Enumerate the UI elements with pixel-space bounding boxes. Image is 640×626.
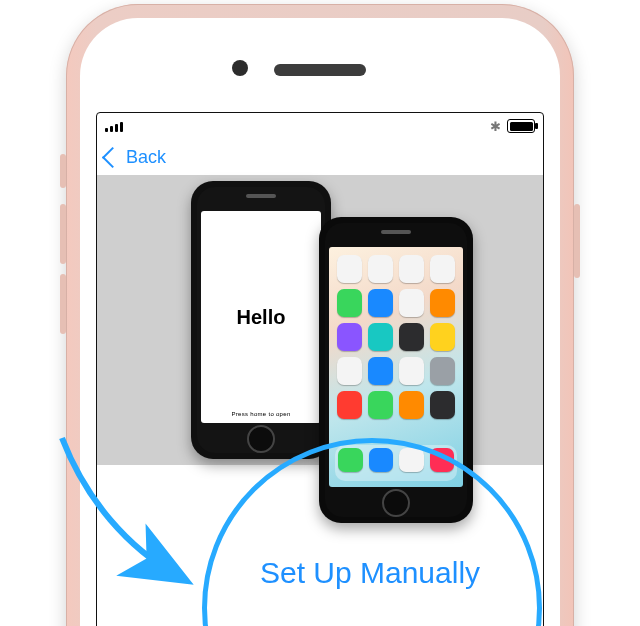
app-icon [337,391,362,419]
app-icon [368,255,393,283]
demo-phone-hello: Hello Press home to open [191,181,331,459]
app-icon [337,289,362,317]
stage: ✱ Back Hello Press ho [0,0,640,626]
app-icon [430,323,455,351]
battery-icon [507,119,535,133]
nav-bar: Back [97,139,543,175]
dock [335,445,457,481]
setup-manually-link[interactable]: Set Up Manually [230,556,510,590]
dock-app-icon [369,448,394,472]
app-icon [399,323,424,351]
app-icon [399,391,424,419]
app-icon [399,357,424,385]
speaker-grille [274,64,366,76]
app-icon [368,323,393,351]
app-icon [337,255,362,283]
app-icon [430,255,455,283]
status-bar: ✱ [97,113,543,139]
app-icon [430,391,455,419]
demo-home-button [247,425,275,453]
cellular-signal-icon [105,120,123,132]
dock-app-icon [338,448,363,472]
front-camera [232,60,248,76]
app-icon [430,289,455,317]
dock-app-icon [430,448,455,472]
hero-image: Hello Press home to open [97,175,543,465]
chevron-left-icon [102,146,123,167]
app-icon [368,391,393,419]
bluetooth-icon: ✱ [490,119,501,134]
app-icon [368,357,393,385]
app-icon [368,289,393,317]
dock-app-icon [399,448,424,472]
hello-text: Hello [237,306,286,329]
device-screen: ✱ Back Hello Press ho [96,112,544,626]
app-icon [399,255,424,283]
volume-down-button [60,274,66,334]
app-icon [337,357,362,385]
demo-phone-homescreen [319,217,473,523]
power-button [574,204,580,278]
app-icon [337,323,362,351]
demo-home-button [382,489,410,517]
device-frame: ✱ Back Hello Press ho [66,4,574,626]
volume-up-button [60,204,66,264]
back-button[interactable]: Back [105,147,166,168]
app-icon [399,289,424,317]
press-home-hint: Press home to open [231,411,290,417]
app-icon [430,357,455,385]
back-label: Back [126,147,166,168]
mute-switch [60,154,66,188]
